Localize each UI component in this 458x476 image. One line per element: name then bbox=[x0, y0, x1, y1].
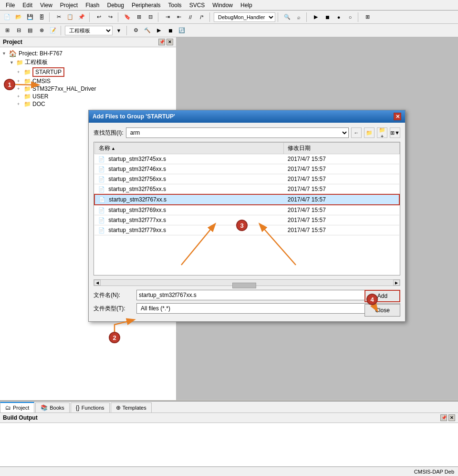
paste-btn[interactable]: 📌 bbox=[76, 12, 87, 22]
file-date-cell: 2017/4/7 15:57 bbox=[284, 164, 399, 174]
build-close-btn[interactable]: ✕ bbox=[448, 414, 455, 421]
open-btn[interactable]: 📂 bbox=[13, 12, 24, 22]
file-date-cell: 2017/4/7 15:57 bbox=[284, 154, 399, 164]
menu-flash[interactable]: Flash bbox=[82, 1, 103, 10]
menu-project[interactable]: Project bbox=[56, 1, 82, 10]
tb2-build5[interactable]: 🔃 bbox=[177, 25, 187, 36]
lookup-dropdown[interactable]: arm bbox=[126, 127, 349, 138]
debug3-btn[interactable]: ● bbox=[333, 12, 344, 22]
scroll-right-btn[interactable]: ▶ bbox=[393, 280, 400, 286]
tb2-build3[interactable]: ▶ bbox=[154, 25, 164, 36]
filetype-select[interactable]: All files (*.*) bbox=[136, 303, 400, 314]
annotation-2: 2 bbox=[109, 332, 120, 343]
tree-label-templates: 工程模板 bbox=[25, 58, 48, 66]
bookmark-btn[interactable]: 🔖 bbox=[122, 12, 133, 22]
pin-btn[interactable]: 📌 bbox=[158, 39, 165, 45]
file-row-0[interactable]: 📄 startup_stm32f745xx.s 2017/4/7 15:57 bbox=[94, 154, 399, 164]
find-btn[interactable]: ⌕ bbox=[293, 12, 304, 22]
file-row-4[interactable]: 📄 startup_stm32f767xx.s 2017/4/7 15:57 bbox=[94, 194, 399, 205]
tree-item-startup[interactable]: + 📁 STARTUP bbox=[17, 67, 174, 77]
debug2-btn[interactable]: ⏹ bbox=[322, 12, 333, 22]
menu-edit[interactable]: Edit bbox=[19, 1, 36, 10]
col-name[interactable]: 名称 bbox=[94, 143, 284, 154]
cut-btn[interactable]: ✂ bbox=[53, 12, 64, 22]
uncomment-btn[interactable]: /* bbox=[197, 12, 207, 22]
copy-btn[interactable]: 📋 bbox=[65, 12, 75, 22]
tb2-btn5[interactable]: 📝 bbox=[48, 25, 58, 36]
bottom-area: 🗂 Project 📚 Books {} Functions ⊕ Templat… bbox=[0, 401, 458, 476]
build-pin-btn[interactable]: 📌 bbox=[440, 414, 447, 421]
build-output-title: Build Output bbox=[3, 414, 38, 421]
tab-books-icon: 📚 bbox=[41, 404, 48, 411]
sep4 bbox=[158, 12, 160, 22]
close-button[interactable]: Close bbox=[364, 304, 400, 317]
debug4-btn[interactable]: ○ bbox=[345, 12, 355, 22]
comment-btn[interactable]: // bbox=[185, 12, 196, 22]
col-date[interactable]: 修改日期 bbox=[284, 143, 399, 154]
tb2-btn3[interactable]: ▤ bbox=[25, 25, 35, 36]
file-row-3[interactable]: 📄 startup_stm32f765xx.s 2017/4/7 15:57 bbox=[94, 184, 399, 195]
tb2-dd-btn[interactable]: ▼ bbox=[114, 25, 124, 36]
tab-functions-label: Functions bbox=[82, 405, 104, 411]
unindent-btn[interactable]: ⇤ bbox=[174, 12, 184, 22]
scroll-left-btn[interactable]: ◀ bbox=[94, 280, 101, 286]
menu-tools[interactable]: Tools bbox=[165, 1, 186, 10]
nav-new-btn[interactable]: 📁+ bbox=[377, 127, 387, 138]
bookmark2-btn[interactable]: ⊞ bbox=[134, 12, 144, 22]
dialog-close-btn[interactable]: ✕ bbox=[394, 113, 401, 120]
menu-debug[interactable]: Debug bbox=[104, 1, 128, 10]
folder-icon-startup: 📁 bbox=[24, 69, 31, 75]
view-btn[interactable]: ⊞ bbox=[362, 12, 373, 22]
filename-input[interactable] bbox=[136, 290, 400, 300]
tree-item-cmsis[interactable]: + 📁 CMSIS bbox=[17, 77, 174, 85]
tab-templates[interactable]: ⊕ Templates bbox=[111, 402, 152, 413]
tb2-build1[interactable]: ⚙ bbox=[131, 25, 141, 36]
nav-up-btn[interactable]: 📁 bbox=[364, 127, 375, 138]
menu-file[interactable]: File bbox=[2, 1, 19, 10]
tb2-btn4[interactable]: ⊗ bbox=[36, 25, 47, 36]
menu-svcs[interactable]: SVCS bbox=[186, 1, 209, 10]
project-dropdown[interactable]: 工程模板 bbox=[65, 26, 113, 35]
file-row-1[interactable]: 📄 startup_stm32f746xx.s 2017/4/7 15:57 bbox=[94, 164, 399, 174]
tb2-btn2[interactable]: ⊟ bbox=[13, 25, 24, 36]
function-dropdown[interactable]: DebugMon_Handler bbox=[214, 12, 275, 22]
menu-view[interactable]: View bbox=[36, 1, 56, 10]
menu-help[interactable]: Help bbox=[237, 1, 256, 10]
tree-item-root[interactable]: ▼ 🏠 Project: BH-F767 bbox=[2, 49, 174, 58]
file-scrollbar[interactable]: ◀ ▶ bbox=[94, 279, 400, 286]
dialog-body: 查找范围(I): arm ← 📁 📁+ ⊞▼ 名称 修改日期 � bbox=[89, 123, 405, 321]
tb2-btn1[interactable]: ⊞ bbox=[2, 25, 12, 36]
save-all-btn[interactable]: 🗄 bbox=[36, 12, 47, 22]
file-name: startup_stm32f769xx.s bbox=[108, 207, 166, 213]
redo-btn[interactable]: ↪ bbox=[105, 12, 115, 22]
tree-item-doc[interactable]: + 📁 DOC bbox=[17, 100, 174, 108]
tree-item-stm32hal[interactable]: + 📁 STM32F7xx_HAL_Driver bbox=[17, 85, 174, 93]
new-btn[interactable]: 📄 bbox=[2, 12, 12, 22]
tab-functions[interactable]: {} Functions bbox=[71, 402, 110, 413]
file-name-cell: 📄 startup_stm32f769xx.s bbox=[94, 205, 284, 215]
tree-item-templates[interactable]: ▼ 📁 工程模板 bbox=[10, 58, 174, 67]
menu-peripherals[interactable]: Peripherals bbox=[128, 1, 165, 10]
scrollbar-thumb[interactable] bbox=[232, 283, 256, 288]
file-icon: 📄 bbox=[98, 176, 105, 182]
search-btn[interactable]: 🔍 bbox=[282, 12, 292, 22]
bookmark3-btn[interactable]: ⊟ bbox=[145, 12, 156, 22]
file-date-cell: 2017/4/7 15:57 bbox=[284, 184, 399, 195]
tb2-build4[interactable]: ⏹ bbox=[165, 25, 176, 36]
nav-back-btn[interactable]: ← bbox=[351, 127, 362, 138]
menu-window[interactable]: Window bbox=[208, 1, 237, 10]
debug1-btn[interactable]: ▶ bbox=[311, 12, 321, 22]
tab-books[interactable]: 📚 Books bbox=[35, 402, 70, 413]
tree-item-user[interactable]: + 📁 USER bbox=[17, 93, 174, 100]
tb2-build2[interactable]: 🔨 bbox=[142, 25, 153, 36]
file-row-5[interactable]: 📄 startup_stm32f769xx.s 2017/4/7 15:57 bbox=[94, 205, 399, 215]
nav-view-btn[interactable]: ⊞▼ bbox=[390, 127, 400, 138]
tab-project[interactable]: 🗂 Project bbox=[0, 402, 34, 413]
save-btn[interactable]: 💾 bbox=[25, 12, 35, 22]
undo-btn[interactable]: ↩ bbox=[94, 12, 104, 22]
file-row-2[interactable]: 📄 startup_stm32f756xx.s 2017/4/7 15:57 bbox=[94, 174, 399, 184]
close-panel-btn[interactable]: ✕ bbox=[167, 39, 173, 45]
folder-icon-stm32hal: 📁 bbox=[24, 85, 31, 92]
annotation-4: 4 bbox=[366, 294, 378, 305]
indent-btn[interactable]: ⇥ bbox=[162, 12, 173, 22]
